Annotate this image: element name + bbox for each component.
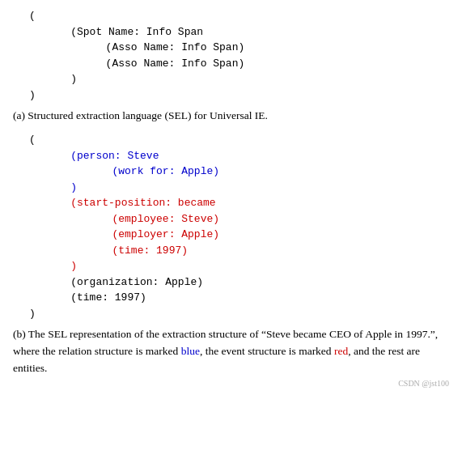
code-line: (Asso Name: Info Span) — [61, 56, 449, 72]
code-line: ) — [29, 87, 449, 104]
code-line: (organization: Apple) — [45, 274, 449, 291]
caption-blue-label: blue — [181, 345, 200, 357]
code-line: ) — [45, 258, 449, 274]
code-span-red: ) — [70, 260, 77, 272]
code-span-red: (time: 1997) — [112, 244, 188, 257]
code-line: (time: 1997) — [61, 243, 449, 259]
code-line: (start-position: became — [45, 195, 449, 211]
code-line: (employee: Steve) — [61, 211, 449, 227]
code-span-blue: (person: Steve — [70, 150, 159, 162]
code-span-blue: ) — [70, 181, 77, 193]
code-line: ( — [29, 8, 449, 24]
section-b-caption: (b) The SEL representation of the extrac… — [13, 326, 449, 377]
code-line: (Spot Name: Info Span — [45, 24, 449, 40]
code-line: (Asso Name: Info Span) — [61, 40, 449, 56]
section-a-caption: (a) Structured extraction language (SEL)… — [13, 108, 449, 124]
code-line: (work for: Apple) — [61, 164, 449, 180]
section-b-code: ( (person: Steve (work for: Apple) ) (st… — [13, 132, 449, 321]
code-span-red: (employer: Apple) — [112, 228, 219, 240]
caption-text-plain2: , the event structure is marked — [200, 345, 334, 357]
code-line: ) — [45, 180, 449, 196]
caption-text: (a) Structured extraction language (SEL)… — [13, 109, 268, 121]
code-line: ( — [29, 132, 449, 148]
code-line: ) — [29, 306, 449, 322]
code-line: (person: Steve — [45, 148, 449, 164]
code-line: ) — [45, 71, 449, 87]
code-line: (employer: Apple) — [61, 227, 449, 243]
code-span-red: (employee: Steve) — [112, 213, 219, 225]
watermark: CSDN @jst100 — [13, 379, 449, 388]
code-span-red: (start-position: became — [70, 197, 215, 209]
caption-red-label: red — [334, 345, 348, 357]
code-span-blue: (work for: Apple) — [112, 165, 219, 177]
section-a-code: ( (Spot Name: Info Span (Asso Name: Info… — [13, 8, 449, 103]
code-line: (time: 1997) — [45, 290, 449, 306]
